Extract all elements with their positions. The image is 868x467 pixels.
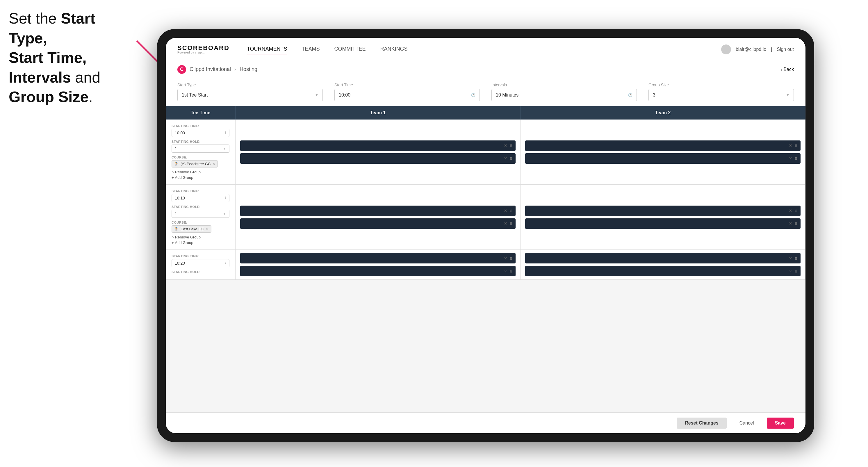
starting-time-label-1: STARTING TIME:	[172, 124, 229, 128]
player-row-1-3: ✕ ⊕	[525, 141, 801, 151]
remove-player-icon[interactable]: ✕	[789, 156, 792, 160]
add-player-icon[interactable]: ⊕	[509, 269, 513, 273]
starting-time-value-2[interactable]: 10:10 ℹ	[172, 194, 229, 202]
player-row-1-4: ✕ ⊕	[525, 153, 801, 164]
intervals-value: 10 Minutes	[496, 92, 519, 98]
add-player-icon[interactable]: ⊕	[795, 221, 798, 226]
logo: SCOREBOARD Powered by clipp...	[177, 45, 229, 54]
start-type-select[interactable]: 1st Tee Start ▼	[177, 89, 323, 101]
course-name-2: East Lake GC	[181, 227, 204, 231]
team1-cell-2: ✕ ⊕ ✕ ⊕	[236, 185, 521, 249]
remove-player-icon[interactable]: ✕	[504, 256, 507, 260]
controls-row: Start Type 1st Tee Start ▼ Start Time 10…	[166, 78, 805, 106]
starting-hole-value-1[interactable]: 1 ▼	[172, 145, 229, 153]
player-row-1-2: ✕ ⊕	[240, 153, 516, 164]
add-player-icon[interactable]: ⊕	[795, 156, 798, 160]
course-icon-2: 🏌	[174, 227, 179, 231]
nav-rankings[interactable]: RANKINGS	[380, 44, 408, 54]
starting-time-value-3[interactable]: 10:20 ℹ	[172, 259, 229, 267]
nav-teams[interactable]: TEAMS	[302, 44, 320, 54]
pipe: |	[771, 47, 772, 52]
course-label-2: COURSE:	[172, 221, 229, 224]
group-sidebar-3: STARTING TIME: 10:20 ℹ STARTING HOLE:	[166, 250, 236, 279]
player-row-2-2: ✕ ⊕	[240, 218, 516, 229]
intervals-select[interactable]: 10 Minutes 🕐	[491, 89, 637, 101]
start-time-value: 10:00	[339, 92, 350, 98]
add-player-icon[interactable]: ⊕	[509, 143, 513, 148]
remove-player-icon[interactable]: ✕	[504, 269, 507, 273]
intervals-label: Intervals	[491, 83, 637, 87]
course-tag-2[interactable]: 🏌 East Lake GC ✕	[172, 225, 211, 232]
breadcrumb-bar: C Clippd Invitational › Hosting ‹ Back	[166, 61, 805, 78]
remove-player-icon[interactable]: ✕	[789, 221, 792, 226]
remove-player-icon[interactable]: ✕	[789, 143, 792, 148]
th-team2: Team 2	[521, 106, 805, 120]
course-remove-1[interactable]: ✕	[212, 162, 215, 166]
table-header: Tee Time Team 1 Team 2	[166, 106, 805, 120]
reset-changes-button[interactable]: Reset Changes	[677, 417, 727, 429]
add-player-icon[interactable]: ⊕	[795, 256, 798, 260]
add-player-icon[interactable]: ⊕	[795, 269, 798, 273]
nav-committee[interactable]: COMMITTEE	[334, 44, 366, 54]
course-remove-2[interactable]: ✕	[206, 227, 209, 231]
team1-cell-3: ✕ ⊕ ✕ ⊕	[236, 250, 521, 279]
footer-bar: Reset Changes Cancel Save	[166, 412, 805, 433]
start-time-group: Start Time 10:00 🕐	[334, 83, 480, 101]
add-player-icon[interactable]: ⊕	[509, 209, 513, 213]
time-info-icon-3: ℹ	[225, 261, 226, 265]
intervals-group: Intervals 10 Minutes 🕐	[491, 83, 637, 101]
th-team1: Team 1	[236, 106, 521, 120]
course-tag-1[interactable]: 🏌 (A) Peachtree GC ✕	[172, 160, 218, 167]
player-row-3-1: ✕ ⊕	[240, 253, 516, 263]
team2-cell-2: ✕ ⊕ ✕ ⊕	[521, 185, 805, 249]
remove-player-icon[interactable]: ✕	[504, 143, 507, 148]
add-player-icon[interactable]: ⊕	[509, 156, 513, 160]
start-type-group: Start Type 1st Tee Start ▼	[177, 83, 323, 101]
starting-hole-label-1: STARTING HOLE:	[172, 140, 229, 143]
remove-player-icon[interactable]: ✕	[504, 156, 507, 160]
intervals-chevron: 🕐	[628, 93, 632, 97]
add-player-icon[interactable]: ⊕	[795, 209, 798, 213]
starting-hole-label-2: STARTING HOLE:	[172, 205, 229, 209]
player-row-3-2: ✕ ⊕	[240, 266, 516, 276]
remove-player-icon[interactable]: ✕	[789, 256, 792, 260]
add-player-icon[interactable]: ⊕	[795, 143, 798, 148]
group-row-2: STARTING TIME: 10:10 ℹ STARTING HOLE: 1 …	[166, 185, 805, 250]
add-player-icon[interactable]: ⊕	[509, 256, 513, 260]
start-time-select[interactable]: 10:00 🕐	[334, 89, 480, 101]
cancel-button[interactable]: Cancel	[731, 417, 762, 429]
hole-chevron-2: ▼	[223, 212, 226, 216]
start-time-label: Start Time	[334, 83, 480, 87]
save-button[interactable]: Save	[767, 417, 794, 429]
sign-out-link[interactable]: Sign out	[777, 47, 794, 52]
team1-cell-1: ✕ ⊕ ✕ ⊕	[236, 120, 521, 184]
course-icon-1: 🏌	[174, 162, 179, 166]
back-link[interactable]: ‹ Back	[781, 67, 794, 72]
start-time-chevron: 🕐	[471, 93, 475, 97]
breadcrumb: C Clippd Invitational › Hosting	[177, 65, 257, 74]
group-size-select[interactable]: 3 ▼	[648, 89, 794, 101]
remove-player-icon[interactable]: ✕	[789, 269, 792, 273]
course-name-1: (A) Peachtree GC	[181, 162, 211, 166]
starting-time-label-3: STARTING TIME:	[172, 254, 229, 258]
remove-player-icon[interactable]: ✕	[504, 221, 507, 226]
start-type-label: Start Type	[177, 83, 323, 87]
nav-tournaments[interactable]: TOURNAMENTS	[247, 44, 287, 54]
player-row-2-4: ✕ ⊕	[525, 218, 801, 229]
add-player-icon[interactable]: ⊕	[509, 221, 513, 226]
start-time-emphasis: Start Time,	[9, 49, 87, 66]
nav-links: TOURNAMENTS TEAMS COMMITTEE RANKINGS	[247, 44, 721, 54]
starting-time-value-1[interactable]: 10:00 ℹ	[172, 129, 229, 137]
group-size-group: Group Size 3 ▼	[648, 83, 794, 101]
add-group-btn-2[interactable]: + Add Group	[172, 241, 229, 245]
remove-group-btn-2[interactable]: ○ Remove Group	[172, 235, 229, 239]
starting-hole-value-2[interactable]: 1 ▼	[172, 210, 229, 218]
start-type-chevron: ▼	[315, 93, 318, 97]
clippd-logo: C	[177, 65, 186, 74]
group-size-emphasis: Group Size	[9, 88, 88, 105]
remove-player-icon[interactable]: ✕	[504, 209, 507, 213]
group-sidebar-2: STARTING TIME: 10:10 ℹ STARTING HOLE: 1 …	[166, 185, 236, 249]
add-group-btn-1[interactable]: + Add Group	[172, 175, 229, 180]
remove-group-btn-1[interactable]: ○ Remove Group	[172, 170, 229, 174]
remove-player-icon[interactable]: ✕	[789, 209, 792, 213]
